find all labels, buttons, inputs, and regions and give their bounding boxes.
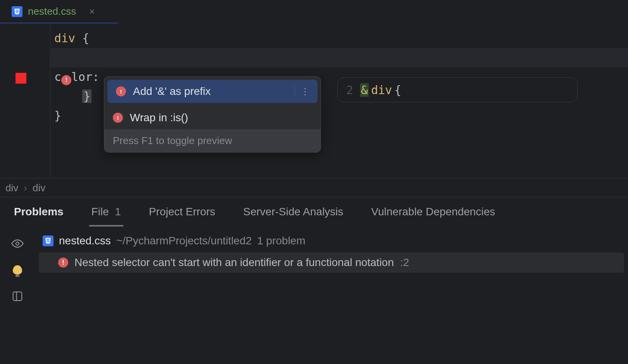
quickfix-preview: 2 & div { bbox=[337, 77, 578, 102]
intention-popup: ! Add '&' as prefix ⋮ ! Wrap in :is() Pr… bbox=[104, 76, 321, 153]
problem-item[interactable]: ! Nested selector can't start with an id… bbox=[39, 252, 624, 273]
bulb-icon[interactable] bbox=[11, 263, 24, 276]
preview-lineno: 2 bbox=[346, 83, 353, 97]
preview-amp: & bbox=[361, 83, 368, 97]
problems-tabs: Problems File 1 Project Errors Server-Si… bbox=[0, 197, 628, 226]
panel-layout-icon[interactable] bbox=[11, 290, 24, 303]
error-icon: ! bbox=[58, 258, 68, 268]
problem-file-path: ~/PycharmProjects/untitled2 bbox=[116, 235, 252, 247]
css-file-icon bbox=[12, 6, 22, 17]
gutter-error-marker[interactable] bbox=[16, 73, 26, 84]
svg-point-0 bbox=[16, 242, 19, 245]
more-icon[interactable]: ⋮ bbox=[295, 86, 309, 97]
problem-file-name: nested.css bbox=[59, 235, 111, 247]
breadcrumb-seg[interactable]: div bbox=[5, 182, 18, 194]
intention-label: Add '&' as prefix bbox=[133, 85, 211, 98]
eye-icon[interactable] bbox=[11, 237, 24, 250]
tab-vulnerable-deps[interactable]: Vulnerable Dependencies bbox=[369, 199, 498, 225]
problem-line: :2 bbox=[400, 256, 409, 269]
svg-rect-1 bbox=[13, 292, 22, 301]
tab-server-side[interactable]: Server-Side Analysis bbox=[241, 199, 345, 225]
bulb-icon: ! bbox=[116, 86, 126, 96]
breadcrumb: div › div bbox=[0, 178, 628, 197]
tab-project-errors[interactable]: Project Errors bbox=[147, 199, 217, 225]
tab-bar: nested.css × bbox=[0, 0, 628, 23]
problems-list: nested.css ~/PycharmProjects/untitled2 1… bbox=[35, 232, 628, 303]
intention-add-amp-prefix[interactable]: ! Add '&' as prefix ⋮ bbox=[107, 80, 317, 103]
preview-brace: { bbox=[394, 83, 401, 97]
tab-problems[interactable]: Problems bbox=[12, 199, 66, 225]
intention-wrap-is[interactable]: ! Wrap in :is() bbox=[104, 106, 321, 129]
current-line-highlight bbox=[50, 48, 628, 67]
bulb-icon: ! bbox=[113, 113, 123, 123]
chevron-right-icon: › bbox=[24, 182, 27, 194]
problems-body: nested.css ~/PycharmProjects/untitled2 1… bbox=[0, 226, 628, 303]
code-line: div { bbox=[54, 29, 624, 48]
problems-sidebar bbox=[0, 232, 35, 303]
problem-count: 1 problem bbox=[257, 235, 305, 247]
problem-file-row[interactable]: nested.css ~/PycharmProjects/untitled2 1… bbox=[35, 232, 628, 250]
tab-nested-css[interactable]: nested.css × bbox=[0, 0, 106, 23]
bulb-icon[interactable]: ! bbox=[61, 75, 71, 85]
css-file-icon bbox=[43, 235, 53, 246]
tab-file[interactable]: File 1 bbox=[89, 199, 123, 225]
breadcrumb-seg[interactable]: div bbox=[33, 182, 45, 194]
problems-panel: Problems File 1 Project Errors Server-Si… bbox=[0, 197, 628, 303]
problem-message: Nested selector can't start with an iden… bbox=[74, 256, 394, 269]
preview-tag: div bbox=[371, 83, 392, 97]
close-icon[interactable]: × bbox=[89, 6, 95, 17]
gutter bbox=[0, 23, 50, 178]
tab-filename: nested.css bbox=[28, 5, 76, 17]
intention-label: Wrap in :is() bbox=[130, 112, 188, 124]
intention-footer: Press F1 to toggle preview bbox=[104, 129, 321, 152]
